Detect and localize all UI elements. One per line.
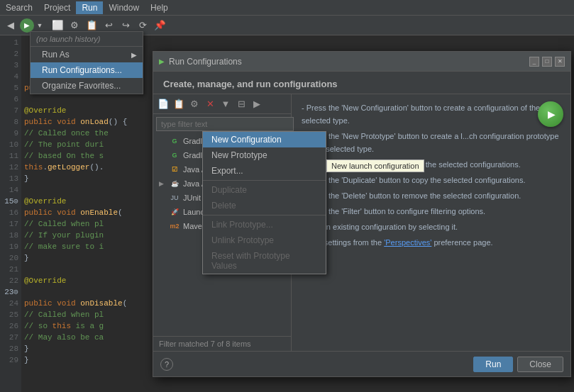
dialog-maximize[interactable]: □ [542, 57, 552, 67]
instruction-2: - Press the 'New Prototype' button to cr… [302, 130, 561, 155]
filter-matched-text: Filter matched 7 of 8 items [153, 336, 291, 351]
dialog-minimize[interactable]: _ [529, 57, 539, 67]
gradle-task-icon: G [169, 136, 180, 146]
ctx-link-prototype-label: Link Prototype... [211, 220, 273, 230]
help-button[interactable]: ? [160, 358, 173, 371]
close-button[interactable]: Close [517, 357, 563, 372]
toolbar-back[interactable]: ◀ [3, 18, 18, 33]
run-configurations-item[interactable]: Run Configurations... [31, 62, 143, 78]
menu-window[interactable]: Window [103, 1, 145, 14]
dialog-footer: ? Run Close [153, 351, 570, 376]
toolbar-btn7[interactable]: 📌 [152, 18, 167, 33]
copy-config-btn[interactable]: 📋 [172, 97, 186, 111]
junit-label: JUnit [183, 194, 201, 202]
menu-search[interactable]: Search [0, 1, 38, 14]
dialog-header: Create, manage, and run configurations [153, 72, 570, 94]
toolbar-run[interactable]: ▶ [20, 18, 34, 33]
ctx-link-prototype: Link Prototype... [203, 217, 326, 233]
java-app-icon: ☕ [169, 179, 180, 189]
ctx-unlink-prototype-label: Unlink Prototype [211, 235, 274, 245]
ctx-new-configuration[interactable]: New Configuration [203, 132, 326, 147]
ctx-duplicate-label: Duplicate [211, 185, 247, 195]
new-config-btn[interactable]: 📄 [156, 97, 170, 111]
run-as-item[interactable]: Run As ▶ [31, 47, 143, 62]
dialog-titlebar: ▶ Run Configurations _ □ ✕ [153, 52, 570, 72]
instruction-4: - Press the 'Duplicate' button to copy t… [302, 174, 561, 186]
ctx-export[interactable]: Export... [203, 163, 326, 179]
run-configurations-label: Run Configurations... [42, 65, 122, 75]
line-numbers: 123 456 789 101112 131415⊙ 161718 192021… [0, 35, 21, 392]
ctx-delete-label: Delete [211, 201, 236, 211]
ctx-new-configuration-label: New Configuration [211, 135, 282, 145]
filter-btn[interactable]: ▼ [219, 97, 233, 111]
delete-config-btn[interactable]: ✕ [203, 97, 217, 111]
left-toolbar: 📄 📋 ⚙ ✕ ▼ ⊟ ▶ [153, 94, 291, 114]
run-as-label: Run As [42, 50, 70, 60]
right-panel: - Press the 'New Configuration' button t… [292, 94, 570, 351]
menu-help[interactable]: Help [145, 1, 174, 14]
ctx-reset-prototype: Reset with Prototype Values [203, 248, 326, 274]
collapse-all-btn[interactable]: ⊟ [234, 97, 248, 111]
expand-icon4: ▶ [159, 180, 166, 187]
footer-buttons: Run Close [473, 357, 563, 372]
perspectives-line: ective settings from the 'Perspectives' … [302, 236, 561, 249]
settings-btn[interactable]: ⚙ [187, 97, 202, 111]
instruction-6: - Press the 'Filter' button to configure… [302, 205, 561, 218]
dialog-close[interactable]: ✕ [555, 57, 565, 67]
ctx-export-label: Export... [211, 166, 243, 176]
run-button[interactable]: Run [473, 357, 513, 372]
run-dropdown-header: (no launch history) [31, 32, 143, 47]
ctx-delete: Delete [203, 198, 326, 213]
ctx-new-prototype-label: New Prototype [211, 150, 267, 160]
ctx-new-prototype[interactable]: New Prototype [203, 147, 326, 163]
dialog-title-text: Run Configurations [169, 57, 242, 67]
run-green-button[interactable] [538, 101, 563, 127]
organize-favorites-label: Organize Favorites... [42, 81, 121, 91]
context-menu: New Configuration New Prototype Export..… [202, 131, 326, 274]
new-config-tooltip: New launch configuration [326, 159, 424, 172]
menu-run[interactable]: Run [76, 1, 103, 14]
ctx-duplicate: Duplicate [203, 182, 326, 198]
instruction-1: - Press the 'New Configuration' button t… [302, 101, 561, 127]
ctx-separator-1 [203, 180, 326, 181]
menu-bar: Search Project Run Window Help [0, 0, 574, 16]
maven-icon: m2 [169, 221, 180, 231]
dialog-window-controls: _ □ ✕ [529, 57, 565, 67]
junit-icon: JU [169, 193, 180, 203]
menu-project[interactable]: Project [38, 1, 76, 14]
run-dropdown-popup: (no launch history) Run As ▶ Run Configu… [30, 31, 143, 94]
ctx-reset-prototype-label: Reset with Prototype Values [211, 251, 317, 271]
java-applet-icon: ☑ [169, 164, 180, 174]
dialog-title-area: ▶ Run Configurations [159, 57, 242, 67]
filter-input[interactable] [156, 117, 294, 131]
perspectives-link[interactable]: 'Perspectives' [384, 238, 431, 247]
instruction-7: - Edit an existing configuration by sele… [302, 220, 561, 233]
organize-favorites-item[interactable]: Organize Favorites... [31, 78, 143, 94]
ctx-separator-2 [203, 215, 326, 215]
launch-group-icon: 🚀 [169, 207, 180, 217]
instruction-5: - Press the 'Delete' button to remove th… [302, 189, 561, 202]
expand-btn[interactable]: ▶ [250, 97, 264, 111]
gradle-test-icon: G [169, 150, 180, 160]
run-as-arrow: ▶ [131, 51, 137, 59]
ctx-unlink-prototype: Unlink Prototype [203, 233, 326, 248]
